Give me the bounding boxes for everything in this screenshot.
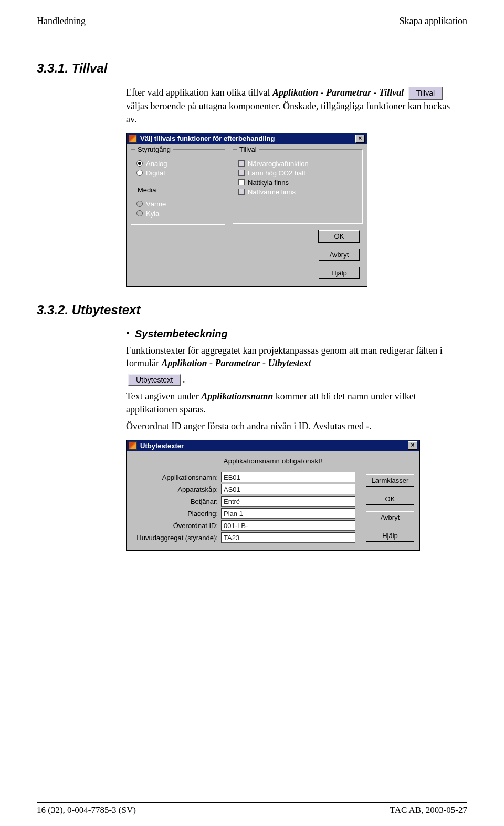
field-placering: Placering: Plan 1 — [132, 508, 355, 519]
check-narvaro[interactable]: Närvarogivafunktion — [238, 160, 357, 168]
utbytestext-button[interactable]: Utbytestext — [128, 374, 181, 386]
bullet-icon: • — [126, 328, 130, 340]
bullet-systembeteckning: • Systembeteckning — [126, 328, 457, 340]
dialog1-title: Välj tillvals funktioner för efterbehand… — [140, 135, 355, 142]
app-icon — [129, 441, 137, 450]
sec2-paragraph-3: Överordnat ID anger första och andra niv… — [126, 420, 457, 432]
header-right: Skapa applikation — [400, 16, 467, 27]
sec2-paragraph-1: Funktionstexter för aggregatet kan proje… — [126, 344, 457, 370]
dialog2-title: Utbytestexter — [140, 442, 408, 450]
input-apparatskap[interactable]: AS01 — [221, 484, 355, 494]
groupbox-media: Media Värme Kyla — [131, 190, 225, 225]
input-betjanar[interactable]: Entré — [221, 496, 355, 507]
sec1-paragraph: Efter vald applikation kan olika tillval… — [126, 86, 457, 126]
groupbox-styrutgang: Styrutgång Analog Digital — [131, 149, 225, 184]
dialog2-note: Applikationsnamn obligatoriskt! — [132, 455, 414, 470]
radio-icon — [136, 160, 143, 167]
check-nattkyla[interactable]: Nattkyla finns — [238, 179, 357, 187]
help-button[interactable]: Hjälp — [319, 267, 360, 279]
radio-kyla[interactable]: Kyla — [136, 210, 219, 218]
page-header: Handledning Skapa applikation — [37, 16, 467, 29]
app-icon — [129, 135, 137, 143]
page-footer: 16 (32), 0-004-7785-3 (SV) TAC AB, 2003-… — [37, 802, 467, 815]
footer-right: TAC AB, 2003-05-27 — [390, 805, 467, 815]
dialog1-titlebar[interactable]: Välj tillvals funktioner för efterbehand… — [127, 133, 367, 144]
groupbox-tillval: Tillval Närvarogivafunktion Larm hög CO2… — [233, 149, 363, 224]
cancel-button[interactable]: Avbryt — [319, 249, 360, 261]
field-betjanar: Betjänar: Entré — [132, 496, 355, 507]
check-larm-co2[interactable]: Larm hög CO2 halt — [238, 169, 357, 177]
field-apparatskap: Apparatskåp: AS01 — [132, 484, 355, 494]
cancel-button[interactable]: Avbryt — [366, 511, 414, 523]
field-overordnat-id: Överordnat ID: 001-LB- — [132, 520, 355, 531]
radio-digital[interactable]: Digital — [136, 169, 219, 177]
sec2-paragraph-2: Text angiven under Applikationsnamn komm… — [126, 390, 457, 416]
ok-button[interactable]: OK — [366, 493, 414, 505]
section-heading-tillval: 3.3.1. Tillval — [37, 61, 467, 76]
close-icon[interactable]: × — [355, 135, 365, 143]
radio-analog[interactable]: Analog — [136, 160, 219, 168]
ok-button[interactable]: OK — [319, 230, 360, 242]
radio-icon — [136, 210, 143, 216]
checkbox-icon — [238, 179, 245, 185]
header-left: Handledning — [37, 16, 86, 27]
radio-icon — [136, 201, 143, 207]
dialog-utbytestexter: Utbytestexter × Applikationsnamn obligat… — [126, 440, 420, 551]
close-icon[interactable]: × — [408, 441, 417, 450]
checkbox-icon — [238, 189, 245, 195]
radio-icon — [136, 170, 143, 176]
larmklasser-button[interactable]: Larmklasser — [366, 474, 414, 487]
footer-left: 16 (32), 0-004-7785-3 (SV) — [37, 805, 136, 815]
radio-varme[interactable]: Värme — [136, 200, 219, 208]
check-nattvarme[interactable]: Nattvärme finns — [238, 188, 357, 196]
input-overordnat-id[interactable]: 001-LB- — [221, 520, 355, 531]
dialog2-titlebar[interactable]: Utbytestexter × — [127, 440, 419, 451]
input-app-name[interactable]: EB01 — [221, 472, 355, 482]
tillval-button[interactable]: Tillval — [408, 87, 443, 100]
field-huvudaggregat: Huvudaggregat (styrande): TA23 — [132, 532, 355, 543]
field-app-name: Applikationsnamn: EB01 — [132, 472, 355, 482]
dialog-tillval-options: Välj tillvals funktioner för efterbehand… — [126, 133, 368, 287]
help-button[interactable]: Hjälp — [366, 530, 414, 542]
input-placering[interactable]: Plan 1 — [221, 508, 355, 519]
checkbox-icon — [238, 170, 245, 176]
checkbox-icon — [238, 160, 245, 167]
input-huvudaggregat[interactable]: TA23 — [221, 532, 355, 543]
section-heading-utbytestext: 3.3.2. Utbytestext — [37, 303, 467, 317]
